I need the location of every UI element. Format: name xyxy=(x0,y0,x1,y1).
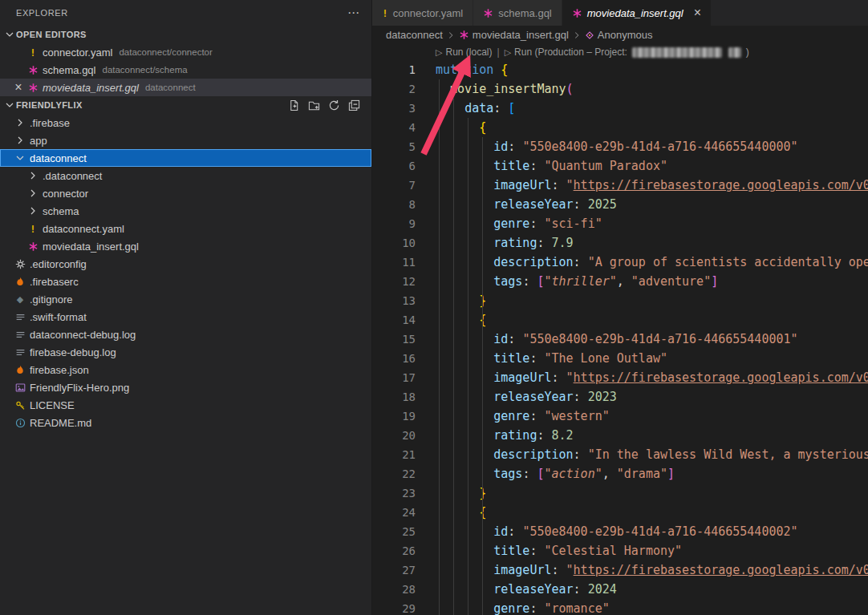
breadcrumb: dataconnectmoviedata_insert.gqlAnonymous xyxy=(372,26,868,44)
tree-item-FriendlyFlix-Hero.png[interactable]: FriendlyFlix-Hero.png xyxy=(0,378,371,396)
chevron-right-icon xyxy=(571,30,582,41)
code-line-15[interactable]: 15 id: "550e8400-e29b-41d4-a716-44665544… xyxy=(372,330,868,349)
code-line-18[interactable]: 18 releaseYear: 2023 xyxy=(372,387,868,407)
tree-item-label: FriendlyFlix-Hero.png xyxy=(30,382,129,394)
code-text: description: "In the lawless Wild West, … xyxy=(436,445,868,464)
code-line-7[interactable]: 7 imageUrl: "https://firebasestorage.goo… xyxy=(372,176,868,195)
run-production-link[interactable]: ▷ Run (Production – Project: ) xyxy=(505,47,749,58)
tree-item-dataconnect[interactable]: dataconnect xyxy=(0,149,371,167)
tree-item-LICENSE[interactable]: LICENSE xyxy=(0,396,371,414)
warning-icon: ! xyxy=(382,7,388,19)
code-line-20[interactable]: 20 rating: 8.2 xyxy=(372,426,868,445)
code-text: imageUrl: "https://firebasestorage.googl… xyxy=(436,560,868,580)
code-line-29[interactable]: 29 genre: "romance" xyxy=(372,599,868,615)
code-line-1[interactable]: 1mutation { xyxy=(372,60,868,79)
tab-schema.gql[interactable]: schema.gql xyxy=(473,0,562,26)
tree-item-.swift-format[interactable]: .swift-format xyxy=(0,308,371,326)
code-line-23[interactable]: 23 } xyxy=(372,484,868,503)
code-line-25[interactable]: 25 id: "550e8400-e29b-41d4-a716-44665544… xyxy=(372,522,868,541)
code-text: title: "The Lone Outlaw" xyxy=(436,349,667,368)
code-text: releaseYear: 2023 xyxy=(436,387,617,407)
chevron-down-icon xyxy=(3,99,16,111)
graphql-icon xyxy=(572,8,582,18)
tree-item-.firebase[interactable]: .firebase xyxy=(0,114,371,131)
code-line-14[interactable]: 14 { xyxy=(372,310,868,330)
tree-item-.editorconfig[interactable]: .editorconfig xyxy=(0,255,371,273)
code-line-26[interactable]: 26 title: "Celestial Harmony" xyxy=(372,541,868,560)
code-line-6[interactable]: 6 title: "Quantum Paradox" xyxy=(372,156,868,176)
tree-item-schema[interactable]: schema xyxy=(0,202,371,220)
code-line-3[interactable]: 3 data: [ xyxy=(372,99,868,118)
run-local-link[interactable]: ▷ Run (local) xyxy=(436,47,493,58)
project-section-header[interactable]: FRIENDLYFLIX xyxy=(0,96,371,114)
code-line-8[interactable]: 8 releaseYear: 2025 xyxy=(372,195,868,214)
code-line-24[interactable]: 24 { xyxy=(372,503,868,522)
tree-item-moviedata_insert.gql[interactable]: moviedata_insert.gql xyxy=(0,237,371,255)
tree-item-app[interactable]: app xyxy=(0,131,371,149)
new-folder-button[interactable] xyxy=(308,99,320,111)
open-editors-header[interactable]: OPEN EDITORS xyxy=(0,26,371,43)
warning-icon: ! xyxy=(30,223,36,235)
tree-item-label: README.md xyxy=(30,417,91,429)
code-line-10[interactable]: 10 rating: 7.9 xyxy=(372,233,868,253)
code-line-17[interactable]: 17 imageUrl: "https://firebasestorage.go… xyxy=(372,368,868,387)
line-number: 16 xyxy=(372,349,416,368)
codelens-separator: | xyxy=(497,47,500,58)
tree-item-dataconnect-debug.log[interactable]: dataconnect-debug.log xyxy=(0,326,371,343)
code-line-21[interactable]: 21 description: "In the lawless Wild Wes… xyxy=(372,445,868,464)
more-actions-icon[interactable]: ⋯ xyxy=(347,6,360,20)
collapse-all-button[interactable] xyxy=(348,99,360,111)
code-text: } xyxy=(436,291,486,310)
new-file-button[interactable] xyxy=(288,99,300,111)
code-line-4[interactable]: 4 { xyxy=(372,118,868,137)
graphql-icon xyxy=(459,30,469,40)
breadcrumb-item-Anonymous[interactable]: Anonymous xyxy=(585,29,653,41)
line-number: 4 xyxy=(372,118,416,137)
tree-item-firebase.json[interactable]: firebase.json xyxy=(0,361,371,378)
breadcrumb-label: Anonymous xyxy=(598,29,653,41)
line-number: 6 xyxy=(372,156,416,176)
indent-guide xyxy=(439,79,440,615)
code-line-19[interactable]: 19 genre: "western" xyxy=(372,407,868,426)
code-line-9[interactable]: 9 genre: "sci-fi" xyxy=(372,214,868,233)
line-number: 29 xyxy=(372,599,416,615)
tree-item-.dataconnect[interactable]: .dataconnect xyxy=(0,167,371,184)
code-line-28[interactable]: 28 releaseYear: 2024 xyxy=(372,580,868,599)
tab-moviedata_insert.gql[interactable]: moviedata_insert.gql× xyxy=(562,0,712,26)
close-icon[interactable]: × xyxy=(694,6,701,19)
code-line-16[interactable]: 16 title: "The Lone Outlaw" xyxy=(372,349,868,368)
breadcrumb-item-dataconnect[interactable]: dataconnect xyxy=(386,29,443,41)
code-line-12[interactable]: 12 tags: ["thriller", "adventure"] xyxy=(372,272,868,291)
image-icon xyxy=(15,382,26,393)
tab-connector.yaml[interactable]: !connector.yaml xyxy=(372,0,473,26)
code-line-11[interactable]: 11 description: "A group of scientists a… xyxy=(372,253,868,272)
code-line-5[interactable]: 5 id: "550e8400-e29b-41d4-a716-446655440… xyxy=(372,137,868,156)
tree-item-README.md[interactable]: README.md xyxy=(0,414,371,431)
tree-item-.firebaserc[interactable]: .firebaserc xyxy=(0,273,371,290)
code-line-27[interactable]: 27 imageUrl: "https://firebasestorage.go… xyxy=(372,560,868,580)
tree-item-firebase-debug.log[interactable]: firebase-debug.log xyxy=(0,343,371,361)
code-area: 1mutation {2 movie_insertMany(3 data: [4… xyxy=(372,60,868,615)
breadcrumb-item-moviedata_insert.gql[interactable]: moviedata_insert.gql xyxy=(459,29,569,41)
line-number: 22 xyxy=(372,464,416,484)
tree-item-connector[interactable]: connector xyxy=(0,184,371,202)
close-icon[interactable]: × xyxy=(14,81,22,94)
open-editor-schema.gql[interactable]: schema.gqldataconnect/schema xyxy=(0,61,371,79)
line-number: 27 xyxy=(372,560,416,580)
tree-item-dataconnect.yaml[interactable]: !dataconnect.yaml xyxy=(0,220,371,237)
diamond-icon: ◆ xyxy=(17,294,23,305)
warning-icon: ! xyxy=(30,47,36,59)
open-editor-connector.yaml[interactable]: !connector.yamldataconnect/connector xyxy=(0,43,371,61)
chevron-down-icon xyxy=(14,152,26,164)
tree-item-.gitignore[interactable]: ◆.gitignore xyxy=(0,290,371,308)
refresh-button[interactable] xyxy=(328,99,340,111)
code-line-13[interactable]: 13 } xyxy=(372,291,868,310)
code-line-22[interactable]: 22 tags: ["action", "drama"] xyxy=(372,464,868,484)
lines-icon xyxy=(15,347,26,358)
code-line-2[interactable]: 2 movie_insertMany( xyxy=(372,79,868,99)
open-editor-moviedata_insert.gql[interactable]: ×moviedata_insert.gqldataconnect xyxy=(0,79,371,96)
code-text: { xyxy=(436,503,486,522)
tree-item-label: connector xyxy=(43,188,88,200)
code-text: { xyxy=(436,310,486,330)
line-number: 18 xyxy=(372,387,416,407)
